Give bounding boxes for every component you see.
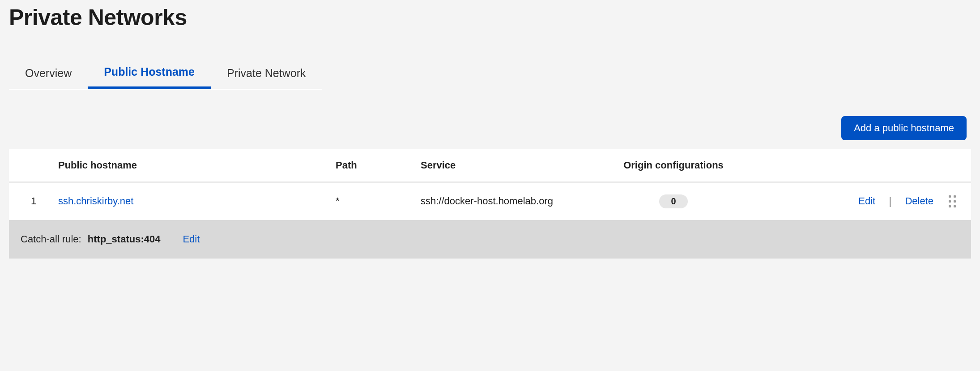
edit-link[interactable]: Edit <box>858 195 875 207</box>
row-origin: 0 <box>613 194 734 208</box>
tab-private-network[interactable]: Private Network <box>211 57 322 89</box>
col-header-service: Service <box>421 160 613 171</box>
delete-link[interactable]: Delete <box>905 195 933 207</box>
origin-count-badge: 0 <box>659 194 687 208</box>
row-path: * <box>336 195 421 207</box>
action-separator: | <box>889 195 891 207</box>
tabs-container: Overview Public Hostname Private Network <box>9 57 971 89</box>
col-header-origin: Origin configurations <box>613 159 734 172</box>
catchall-row: Catch-all rule: http_status:404 Edit <box>9 220 971 259</box>
catchall-label-text: Catch-all rule: <box>21 233 81 245</box>
catchall-value: http_status:404 <box>88 233 161 245</box>
drag-handle-icon[interactable] <box>947 194 958 209</box>
tab-public-hostname[interactable]: Public Hostname <box>88 57 211 89</box>
col-header-path: Path <box>336 160 421 171</box>
row-service: ssh://docker-host.homelab.org <box>421 195 613 207</box>
tab-overview[interactable]: Overview <box>9 57 88 89</box>
catchall-edit-link[interactable]: Edit <box>183 233 200 245</box>
hostname-link[interactable]: ssh.chriskirby.net <box>58 195 133 207</box>
table-row: 1 ssh.chriskirby.net * ssh://docker-host… <box>9 183 971 220</box>
table-header-row: Public hostname Path Service Origin conf… <box>9 149 971 183</box>
add-public-hostname-button[interactable]: Add a public hostname <box>841 116 967 140</box>
page-title: Private Networks <box>9 0 971 57</box>
row-index: 1 <box>9 195 58 207</box>
hostname-table: Public hostname Path Service Origin conf… <box>9 149 971 259</box>
catchall-label: Catch-all rule: http_status:404 <box>21 233 160 245</box>
col-header-hostname: Public hostname <box>58 160 336 171</box>
